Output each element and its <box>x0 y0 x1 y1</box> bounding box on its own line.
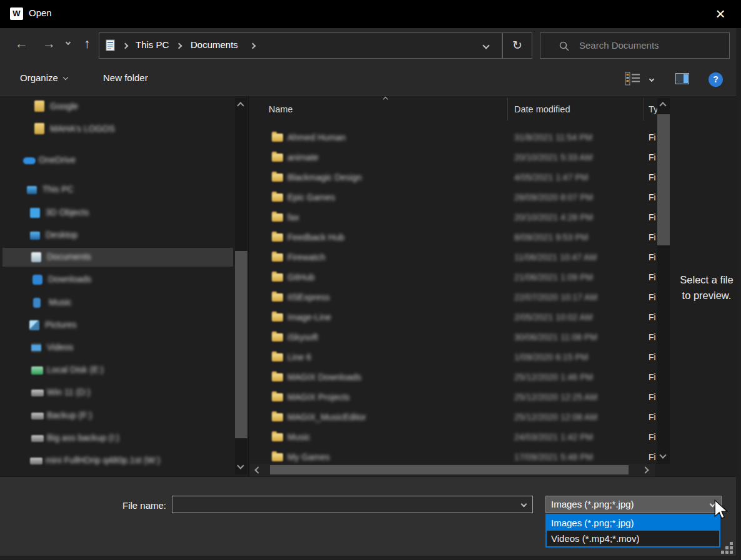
table-row[interactable]: Firewatch11/06/2021 10:47 AMFile folder <box>249 248 672 268</box>
file-name: animate <box>287 152 319 162</box>
organize-button[interactable]: Organize <box>20 72 67 83</box>
table-row[interactable]: Ahmed Human31/8/2021 11:54 PMFile folder <box>249 128 672 148</box>
scroll-up-icon[interactable] <box>659 102 666 109</box>
file-date-modified: 22/07/2020 10:17 AM <box>514 292 597 302</box>
new-folder-button[interactable]: New folder <box>103 72 148 83</box>
file-name: Firewatch <box>287 252 326 262</box>
resize-grip-icon[interactable] <box>721 542 734 554</box>
scrollbar-thumb[interactable] <box>235 251 247 438</box>
file-date-modified: 24/03/2021 1:42 PM <box>514 432 593 442</box>
search-box[interactable]: Search Documents <box>540 32 730 59</box>
views-button[interactable] <box>625 72 641 88</box>
refresh-button[interactable]: ↻ <box>502 32 532 59</box>
scrollbar-thumb[interactable] <box>270 465 629 474</box>
table-row[interactable]: IISExpress22/07/2020 10:17 AMFile folder <box>249 288 672 308</box>
disk-icon <box>31 390 44 396</box>
scrollbar-thumb[interactable] <box>657 114 670 245</box>
sidebar-item-8[interactable]: Music <box>2 293 233 312</box>
file-type: File folder <box>649 212 655 222</box>
sidebar-scrollbar[interactable] <box>235 98 247 474</box>
breadcrumb-separator-icon <box>122 43 129 49</box>
file-type-select[interactable]: Images (*.png;*.jpg) <box>545 496 722 513</box>
open-dialog: W Open × ← → ↑ This PC Documents ↻ Searc… <box>0 0 741 560</box>
file-date-modified: 28/09/2020 8:07 PM <box>514 192 593 202</box>
chevron-down-icon[interactable] <box>521 501 527 508</box>
file-type: File folder <box>649 332 655 342</box>
folder-icon <box>272 214 283 222</box>
sidebar-item-11[interactable]: Local Disk (E:) <box>2 361 233 380</box>
scroll-right-icon[interactable] <box>642 466 649 473</box>
recent-locations-chevron-icon[interactable] <box>66 40 71 45</box>
window-title: Open <box>29 7 52 18</box>
scroll-up-icon[interactable] <box>237 102 244 109</box>
table-row[interactable]: iSkysoft30/06/2021 11:08 PMFile folder <box>249 328 672 348</box>
sidebar-item-6[interactable]: Documents <box>2 248 233 267</box>
videos-icon <box>31 343 41 353</box>
table-row[interactable]: animate20/10/2021 5:33 AMFile folder <box>249 148 672 168</box>
file-type: File folder <box>649 132 655 142</box>
sidebar: GoogleMAHA's LOGOSOneDriveThis PC3D Obje… <box>0 96 248 477</box>
table-row[interactable]: Feedback Hub8/09/2021 9:53 PMFile folder <box>249 228 672 248</box>
sidebar-item-13[interactable]: Backup (F:) <box>2 406 233 425</box>
table-row[interactable]: Epic Games28/09/2020 8:07 PMFile folder <box>249 188 672 208</box>
sidebar-item-5[interactable]: Desktop <box>2 226 233 245</box>
forward-button[interactable]: → <box>42 36 56 51</box>
sidebar-item-14[interactable]: Big ass backup (I:) <box>2 429 233 448</box>
file-list-vertical-scrollbar[interactable] <box>657 98 670 464</box>
back-button[interactable]: ← <box>15 36 28 51</box>
sidebar-item-9[interactable]: Pictures <box>2 316 233 335</box>
breadcrumb-this-pc[interactable]: This PC <box>136 39 169 50</box>
breadcrumb-documents[interactable]: Documents <box>191 39 238 50</box>
sidebar-item-0[interactable]: Google <box>2 97 233 116</box>
file-type-option-images[interactable]: Images (*.png;*.jpg) <box>547 515 719 531</box>
help-icon[interactable]: ? <box>709 72 723 87</box>
table-row[interactable]: Line 61/09/2020 6:15 PMFile folder <box>249 348 672 368</box>
address-bar[interactable]: This PC Documents <box>99 32 502 59</box>
table-row[interactable]: fax20/10/2021 4:28 PMFile folder <box>249 208 672 228</box>
sidebar-item-1[interactable]: MAHA's LOGOS <box>2 120 233 139</box>
column-separator[interactable] <box>507 98 508 120</box>
column-header-date-modified[interactable]: Date modified <box>514 104 570 114</box>
folder-icon <box>272 253 283 262</box>
table-row[interactable]: MAGIX Downloads25/12/2020 1:46 PMFile fo… <box>249 368 672 388</box>
sidebar-item-12[interactable]: Win 11 (D:) <box>2 383 233 402</box>
column-header-type[interactable]: Type <box>649 104 658 114</box>
file-date-modified: 21/06/2021 1:09 PM <box>514 272 593 282</box>
scroll-down-icon[interactable] <box>659 451 666 458</box>
sidebar-item-3[interactable]: This PC <box>2 180 233 199</box>
preview-pane-button[interactable] <box>675 73 689 84</box>
table-row[interactable]: Image-Line2/05/2021 10:02 AMFile folder <box>249 308 672 328</box>
folder-icon <box>272 353 283 361</box>
table-row[interactable]: MAGIX Projects25/12/2020 12:25 AMFile fo… <box>249 388 672 408</box>
address-dropdown-icon[interactable] <box>482 42 489 49</box>
file-name: MAGIX Downloads <box>287 372 361 382</box>
sort-ascending-icon <box>383 97 388 102</box>
file-type-option-videos[interactable]: Videos (*.mp4;*.mov) <box>547 531 719 546</box>
sidebar-item-label: Downloads <box>48 274 91 284</box>
folder-icon <box>272 393 283 401</box>
table-row[interactable]: Blackmagic Design4/05/2021 1:47 PMFile f… <box>249 168 672 188</box>
file-type: File folder <box>649 172 655 182</box>
table-row[interactable]: Music24/03/2021 1:42 PMFile folder <box>249 428 672 448</box>
table-row[interactable]: MAGIX_MusicEditor25/12/2020 12:08 AMFile… <box>249 408 672 428</box>
file-name: IISExpress <box>287 292 330 302</box>
table-row[interactable]: GitHub21/06/2021 1:09 PMFile folder <box>249 268 672 288</box>
documents-icon <box>31 252 41 262</box>
sidebar-item-4[interactable]: 3D Objects <box>2 204 233 222</box>
sidebar-item-7[interactable]: Downloads <box>2 270 233 289</box>
folder-icon <box>272 453 283 461</box>
file-list-horizontal-scrollbar[interactable] <box>250 464 655 476</box>
sidebar-item-10[interactable]: Videos <box>2 338 233 357</box>
window-edge <box>736 28 741 560</box>
column-separator[interactable] <box>644 98 644 120</box>
scroll-down-icon[interactable] <box>237 462 244 469</box>
file-name-input[interactable] <box>172 496 533 513</box>
up-button[interactable]: ↑ <box>84 36 91 51</box>
file-type-listbox: Images (*.png;*.jpg) Videos (*.mp4;*.mov… <box>545 514 720 548</box>
scroll-left-icon[interactable] <box>254 466 261 473</box>
views-dropdown-icon[interactable] <box>649 77 654 82</box>
sidebar-item-15[interactable]: mini FullHDrip q480p.1st (W:) <box>2 451 233 470</box>
column-header-name[interactable]: Name <box>269 104 293 114</box>
close-icon[interactable]: × <box>711 4 730 24</box>
sidebar-item-2[interactable]: OneDrive <box>2 151 233 170</box>
